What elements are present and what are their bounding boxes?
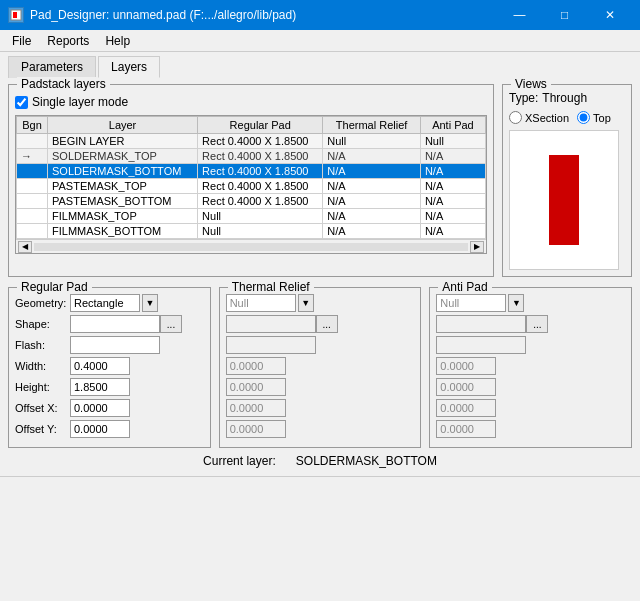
height-input[interactable]: [70, 378, 130, 396]
radio-top[interactable]: Top: [577, 111, 611, 124]
minimize-button[interactable]: —: [497, 0, 542, 30]
col-header-anti: Anti Pad: [420, 117, 485, 134]
anti-pad-group: Anti Pad Null ▼ ...: [429, 287, 632, 448]
shape-input[interactable]: [70, 315, 160, 333]
shape-label: Shape:: [15, 318, 70, 330]
cell-layer: SOLDERMASK_BOTTOM: [47, 164, 197, 179]
offset-x-input[interactable]: [70, 399, 130, 417]
offset-y-input[interactable]: [70, 420, 130, 438]
cell-regular: Null: [198, 209, 323, 224]
svg-rect-1: [13, 12, 17, 18]
thermal-width-input[interactable]: [226, 357, 286, 375]
cell-bgn: [17, 209, 48, 224]
table-row[interactable]: PASTEMASK_BOTTOM Rect 0.4000 X 1.8500 N/…: [17, 194, 486, 209]
col-header-bgn: Bgn: [17, 117, 48, 134]
cell-thermal: N/A: [323, 224, 421, 239]
menu-file[interactable]: File: [4, 32, 39, 50]
thermal-offset-y-input[interactable]: [226, 420, 286, 438]
col-header-regular: Regular Pad: [198, 117, 323, 134]
thermal-geometry-dropdown[interactable]: Null: [226, 294, 296, 312]
table-row[interactable]: BEGIN LAYER Rect 0.4000 X 1.8500 Null Nu…: [17, 134, 486, 149]
current-layer-label: Current layer:: [203, 454, 276, 468]
width-label: Width:: [15, 360, 70, 372]
cell-anti: N/A: [420, 194, 485, 209]
col-header-thermal: Thermal Relief: [323, 117, 421, 134]
regular-pad-label: Regular Pad: [17, 280, 92, 294]
table-row[interactable]: PASTEMASK_TOP Rect 0.4000 X 1.8500 N/A N…: [17, 179, 486, 194]
table-row[interactable]: SOLDERMASK_BOTTOM Rect 0.4000 X 1.8500 N…: [17, 164, 486, 179]
width-input[interactable]: [70, 357, 130, 375]
bottom-section: Regular Pad Geometry: Rectangle ▼ Shape:…: [0, 283, 640, 476]
tabs-bar: Parameters Layers: [0, 52, 640, 78]
scroll-track: [34, 243, 468, 251]
geometry-dropdown[interactable]: Rectangle: [70, 294, 140, 312]
single-layer-checkbox[interactable]: [15, 96, 28, 109]
offset-y-row: Offset Y:: [15, 420, 204, 438]
maximize-button[interactable]: □: [542, 0, 587, 30]
anti-geometry-arrow[interactable]: ▼: [508, 294, 524, 312]
cell-thermal: N/A: [323, 149, 421, 164]
regular-pad-group: Regular Pad Geometry: Rectangle ▼ Shape:…: [8, 287, 211, 448]
thermal-geometry-row: Null ▼: [226, 294, 415, 312]
anti-shape-input[interactable]: [436, 315, 526, 333]
menu-bar: File Reports Help: [0, 30, 640, 52]
thermal-height-row: [226, 378, 415, 396]
single-layer-row: Single layer mode: [15, 95, 487, 109]
views-type-value: Through: [542, 91, 587, 105]
height-label: Height:: [15, 381, 70, 393]
table-row[interactable]: FILMMASK_TOP Null N/A N/A: [17, 209, 486, 224]
radio-xsection[interactable]: XSection: [509, 111, 569, 124]
anti-offset-x-input[interactable]: [436, 399, 496, 417]
anti-pad-label: Anti Pad: [438, 280, 491, 294]
menu-reports[interactable]: Reports: [39, 32, 97, 50]
scroll-left-btn[interactable]: ◀: [18, 241, 32, 253]
layer-table-wrapper: Bgn Layer Regular Pad Thermal Relief Ant…: [15, 115, 487, 254]
cell-thermal: N/A: [323, 179, 421, 194]
geometry-select-row: Rectangle ▼: [70, 294, 158, 312]
single-layer-checkbox-container: Single layer mode: [15, 95, 128, 109]
thermal-flash-input[interactable]: [226, 336, 316, 354]
anti-offset-x-row: [436, 399, 625, 417]
cell-thermal: Null: [323, 134, 421, 149]
shape-browse-btn[interactable]: ...: [160, 315, 182, 333]
view-canvas: [509, 130, 619, 270]
anti-browse-btn[interactable]: ...: [526, 315, 548, 333]
thermal-shape-input[interactable]: [226, 315, 316, 333]
table-row[interactable]: → SOLDERMASK_TOP Rect 0.4000 X 1.8500 N/…: [17, 149, 486, 164]
tab-parameters[interactable]: Parameters: [8, 56, 96, 78]
geometry-dropdown-arrow[interactable]: ▼: [142, 294, 158, 312]
menu-help[interactable]: Help: [97, 32, 138, 50]
scroll-right-btn[interactable]: ▶: [470, 241, 484, 253]
xsection-radio[interactable]: [509, 111, 522, 124]
thermal-geometry-arrow[interactable]: ▼: [298, 294, 314, 312]
cell-regular: Rect 0.4000 X 1.8500: [198, 149, 323, 164]
width-row: Width:: [15, 357, 204, 375]
cell-regular: Null: [198, 224, 323, 239]
anti-geometry-dropdown[interactable]: Null: [436, 294, 506, 312]
anti-flash-input[interactable]: [436, 336, 526, 354]
close-button[interactable]: ✕: [587, 0, 632, 30]
cell-bgn: [17, 194, 48, 209]
tab-layers[interactable]: Layers: [98, 56, 160, 78]
table-row[interactable]: FILMMASK_BOTTOM Null N/A N/A: [17, 224, 486, 239]
xsection-label: XSection: [525, 112, 569, 124]
anti-offset-y-row: [436, 420, 625, 438]
cell-anti: Null: [420, 134, 485, 149]
anti-offset-y-input[interactable]: [436, 420, 496, 438]
app-icon: [8, 7, 24, 23]
anti-height-input[interactable]: [436, 378, 496, 396]
horizontal-scrollbar[interactable]: ◀ ▶: [16, 239, 486, 253]
flash-input[interactable]: [70, 336, 160, 354]
anti-shape-row: ...: [436, 315, 625, 333]
thermal-height-input[interactable]: [226, 378, 286, 396]
cell-regular: Rect 0.4000 X 1.8500: [198, 164, 323, 179]
anti-width-input[interactable]: [436, 357, 496, 375]
thermal-offset-x-input[interactable]: [226, 399, 286, 417]
thermal-browse-btn[interactable]: ...: [316, 315, 338, 333]
offset-y-label: Offset Y:: [15, 423, 70, 435]
top-radio[interactable]: [577, 111, 590, 124]
geometry-label: Geometry:: [15, 297, 70, 309]
flash-label: Flash:: [15, 339, 70, 351]
title-bar: Pad_Designer: unnamed.pad (F:.../allegro…: [0, 0, 640, 30]
anti-height-row: [436, 378, 625, 396]
